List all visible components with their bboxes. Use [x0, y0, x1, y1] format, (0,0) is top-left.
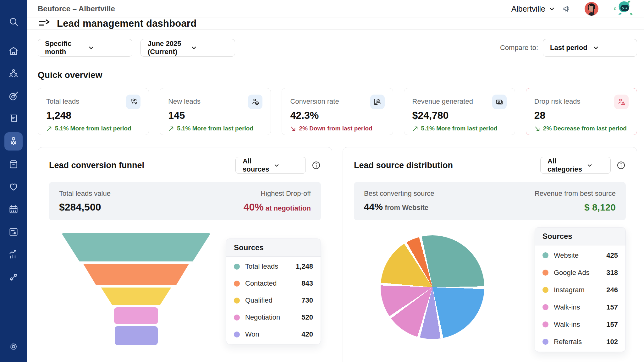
source-summary-strip: Best converting source 44% from Website … [354, 182, 626, 220]
sidebar-item-lead-management[interactable] [4, 132, 23, 151]
legend-dot [234, 298, 240, 304]
sources-filter-dropdown[interactable]: All sources [235, 157, 306, 174]
filter-bar: Specific month June 2025 (Current) Compa… [38, 39, 637, 57]
topbar-separator [578, 4, 578, 14]
legend-row: Website425 [535, 247, 625, 264]
sources-filter-value: All sources [243, 157, 269, 173]
card-value: 1,248 [46, 110, 140, 121]
total-leads-value: $284,500 [59, 201, 111, 213]
legend-row: Won420 [226, 326, 321, 343]
card-delta: 2% Decrease from last period [534, 125, 629, 132]
sidebar-item-home[interactable] [4, 42, 23, 60]
app-root: Beuforce – Albertville Albertville [0, 0, 644, 362]
info-icon[interactable] [311, 161, 321, 170]
card-delta: 5.1% More from last period [46, 125, 140, 132]
card-label: Revenue generated [412, 97, 473, 106]
assistant-mascot-icon[interactable] [611, 0, 635, 18]
source-panel: Lead source distribution All categories … [343, 147, 637, 362]
sidebar-item-package[interactable] [4, 155, 23, 173]
legend-title: Sources [226, 239, 321, 257]
summary-label: Best converting source [364, 189, 434, 198]
sidebar-item-report[interactable] [4, 223, 23, 241]
legend-row: Instagram246 [535, 281, 625, 299]
chevron-down-icon [592, 44, 630, 51]
people-icon [126, 95, 140, 109]
funnel-stage-total-leads [62, 233, 211, 261]
legend-row: Total leads1,248 [226, 258, 321, 275]
sidebar-item-team[interactable] [4, 64, 23, 83]
funnel-stage-won [115, 326, 158, 345]
chevron-down-icon [273, 162, 299, 168]
card-label: Drop risk leads [534, 97, 581, 106]
legend-dot [542, 252, 548, 258]
panel-title: Lead source distribution [354, 161, 453, 170]
settings-gear-icon[interactable] [4, 337, 23, 356]
compare-to-label: Compare to: [500, 44, 538, 52]
funnel-stage-negotiation [114, 307, 158, 324]
categories-filter-value: All categories [548, 157, 582, 173]
stat-card-conversion-rate[interactable]: Conversion rate 42.3% 2% Down from last … [282, 88, 393, 135]
summary-label: Highest Drop-off [244, 189, 311, 198]
sidebar-item-favorites[interactable] [4, 178, 23, 196]
sidebar-item-fitness[interactable] [4, 268, 23, 286]
card-delta: 5.1% More from last period [168, 125, 262, 132]
compare-value: Last period [550, 44, 588, 52]
highest-dropoff-value: 40% at negotiation [244, 201, 311, 213]
legend-dot [234, 264, 240, 270]
summary-label: Revenue from best source [535, 189, 616, 198]
card-value: 145 [168, 110, 262, 121]
best-source-value: 44% from Website [364, 201, 434, 212]
megaphone-icon[interactable] [562, 4, 572, 14]
search-icon[interactable] [4, 13, 23, 31]
legend-row: Walk-ins157 [535, 316, 625, 333]
chevron-down-icon [190, 44, 229, 51]
panel-title: Lead conversion funnel [49, 161, 144, 170]
topbar-separator [605, 4, 605, 14]
compare-dropdown[interactable]: Last period [543, 39, 637, 57]
sidebar-item-analytics[interactable] [4, 245, 23, 264]
page-header: Lead management dashboard [27, 18, 644, 30]
month-dropdown[interactable]: June 2025 (Current) [140, 39, 235, 57]
stat-card-new-leads[interactable]: New leads 145 5.1% More from last period [160, 88, 271, 135]
location-selector[interactable]: Albertville [511, 4, 555, 14]
card-value: 28 [534, 110, 629, 121]
funnel-legend: Sources Total leads1,248 Contacted843 Qu… [226, 239, 321, 344]
summary-label: Total leads value [59, 189, 111, 198]
period-type-value: Specific month [45, 40, 83, 56]
legend-row: Contacted843 [226, 275, 321, 292]
legend-dot [234, 315, 240, 321]
legend-dot [542, 321, 548, 327]
chevron-down-icon [548, 5, 555, 12]
legend-row: Walk-ins157 [535, 299, 625, 316]
trend-down-icon [534, 126, 540, 132]
trend-up-icon [46, 126, 52, 132]
chevron-down-icon [586, 162, 604, 168]
legend-row: Google Ads318 [535, 264, 625, 281]
collapse-panel-icon[interactable] [38, 19, 50, 29]
stat-cards: Total leads 1,248 5.1% More from last pe… [38, 88, 637, 135]
legend-row: Qualified730 [226, 292, 321, 309]
stat-card-drop-risk[interactable]: Drop risk leads 28 2% Decrease from last… [526, 88, 637, 135]
stat-card-revenue[interactable]: Revenue generated $24,780 5.1% More from… [404, 88, 515, 135]
sidebar-item-receipt[interactable] [4, 110, 23, 128]
sidebar-item-target[interactable] [4, 87, 23, 105]
person-add-icon [248, 95, 262, 109]
legend-dot [542, 304, 548, 310]
location-label: Albertville [511, 4, 545, 14]
legend-dot [234, 281, 240, 287]
month-value: June 2025 (Current) [148, 40, 186, 56]
sidebar [0, 0, 27, 362]
funnel-stage-qualified [101, 288, 171, 305]
pie-chart [381, 235, 484, 339]
section-heading: Quick overview [38, 70, 637, 80]
best-source-revenue: $ 8,120 [535, 202, 616, 213]
sidebar-item-calendar[interactable] [4, 200, 23, 218]
period-type-dropdown[interactable]: Specific month [38, 39, 132, 57]
card-label: Conversion rate [290, 97, 339, 106]
user-avatar[interactable] [585, 2, 598, 16]
categories-filter-dropdown[interactable]: All categories [540, 157, 611, 174]
funnel-summary-strip: Total leads value $284,500 Highest Drop-… [49, 182, 321, 220]
info-icon[interactable] [616, 161, 626, 170]
stat-card-total-leads[interactable]: Total leads 1,248 5.1% More from last pe… [38, 88, 149, 135]
source-legend: Sources Website425 Google Ads318 Instagr… [535, 227, 626, 352]
